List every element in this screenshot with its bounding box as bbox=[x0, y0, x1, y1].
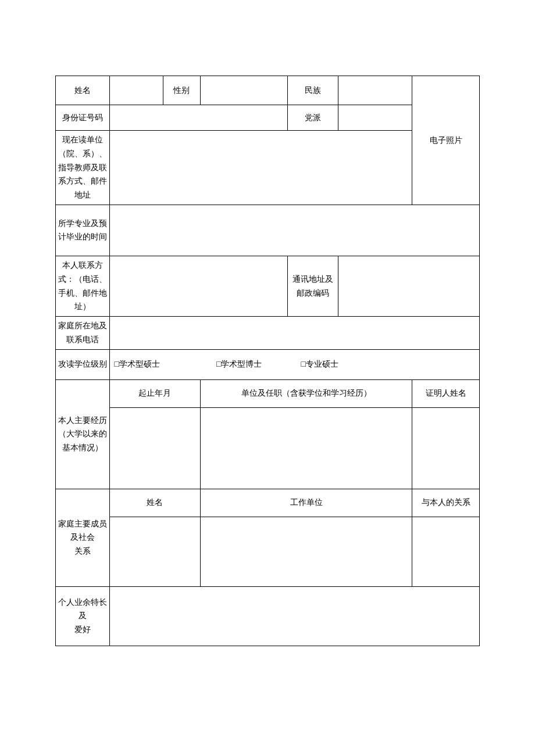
field-party[interactable] bbox=[338, 105, 412, 131]
field-contact[interactable] bbox=[109, 256, 288, 316]
label-hobby: 个人业余特长及 爱好 bbox=[56, 586, 110, 646]
checkbox-academic-master[interactable]: □学术型硕士 bbox=[115, 357, 160, 371]
label-photo: 电子照片 bbox=[412, 76, 480, 205]
checkbox-professional-master[interactable]: □专业硕士 bbox=[301, 357, 338, 371]
label-hobby-text1: 个人业余特长及 bbox=[58, 598, 107, 621]
field-degree-type[interactable]: □学术型硕士 □学术型博士 □专业硕士 bbox=[109, 349, 479, 379]
label-family-text1: 家庭主要成员及社会 bbox=[58, 519, 107, 542]
label-degree-type: 攻读学位级别 bbox=[56, 349, 110, 379]
field-exp-witness[interactable] bbox=[412, 407, 480, 489]
label-hobby-text2: 爱好 bbox=[74, 625, 91, 634]
field-current-unit[interactable] bbox=[109, 131, 412, 205]
label-address: 通讯地址及邮政编码 bbox=[288, 256, 338, 316]
field-family-name[interactable] bbox=[109, 517, 200, 586]
field-hobby[interactable] bbox=[109, 586, 479, 646]
label-gender: 性别 bbox=[163, 76, 201, 105]
field-gender[interactable] bbox=[200, 76, 287, 105]
label-family-relation: 与本人的关系 bbox=[412, 489, 480, 517]
label-exp-witness: 证明人姓名 bbox=[412, 379, 480, 407]
label-family-text2: 关系 bbox=[74, 547, 91, 556]
label-major-grad: 所学专业及预计毕业的时间 bbox=[56, 205, 110, 256]
label-family: 家庭主要成员及社会 关系 bbox=[56, 489, 110, 586]
label-party: 党派 bbox=[288, 105, 338, 131]
label-exp-unit: 单位及任职（含获学位和学习经历） bbox=[200, 379, 412, 407]
field-family-unit[interactable] bbox=[200, 517, 412, 586]
label-contact: 本人联系方式：（电话、手机、邮件地址） bbox=[56, 256, 110, 316]
field-address[interactable] bbox=[338, 256, 479, 316]
label-id-number: 身份证号码 bbox=[56, 105, 110, 131]
field-ethnicity[interactable] bbox=[338, 76, 412, 105]
label-home: 家庭所在地及联系电话 bbox=[56, 317, 110, 350]
checkbox-academic-doctor[interactable]: □学术型博士 bbox=[216, 357, 262, 371]
field-exp-unit[interactable] bbox=[200, 407, 412, 489]
application-form-table: 姓名 性别 民族 电子照片 身份证号码 党派 现在读单位（院、系）、指导教师及联… bbox=[55, 76, 480, 646]
label-experience: 本人主要经历（大学以来的基本情况） bbox=[56, 379, 110, 489]
field-name[interactable] bbox=[109, 76, 163, 105]
label-ethnicity: 民族 bbox=[288, 76, 338, 105]
label-family-name: 姓名 bbox=[109, 489, 200, 517]
field-home[interactable] bbox=[109, 317, 479, 350]
label-family-unit: 工作单位 bbox=[200, 489, 412, 517]
field-major-grad[interactable] bbox=[109, 205, 479, 256]
field-exp-dates[interactable] bbox=[109, 407, 200, 489]
label-current-unit: 现在读单位（院、系）、指导教师及联系方式、邮件地址 bbox=[56, 131, 110, 205]
label-name: 姓名 bbox=[56, 76, 110, 105]
field-family-relation[interactable] bbox=[412, 517, 480, 586]
field-id-number[interactable] bbox=[109, 105, 288, 131]
label-exp-dates: 起止年月 bbox=[109, 379, 200, 407]
